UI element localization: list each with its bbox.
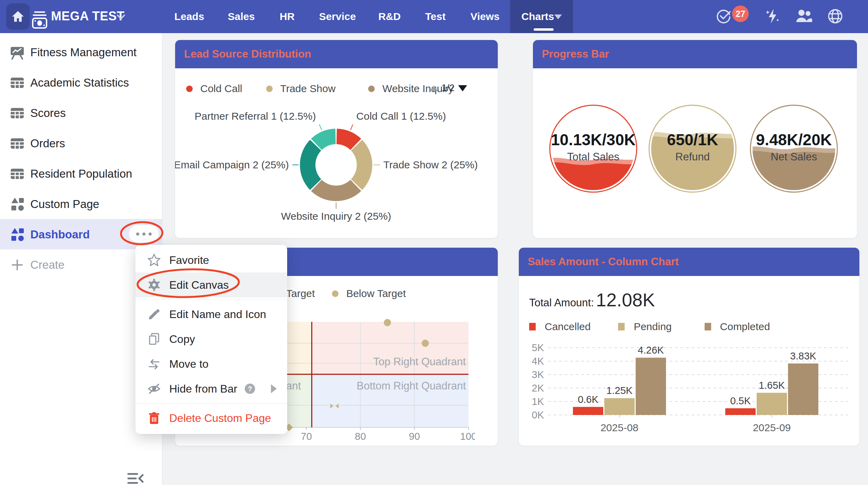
dashboard-more-button[interactable] [129, 225, 159, 243]
automation-lightning-icon[interactable] [765, 8, 780, 26]
donut-label: Partner Referral 1 (12.5%) [195, 110, 316, 122]
menu-item-delete-custom-page[interactable]: Delete Custom Page [135, 406, 287, 430]
members-icon[interactable] [796, 8, 813, 26]
bar-pending [757, 393, 787, 415]
gauge-value: 10.13K/30K [551, 131, 636, 149]
charts-caret-down-icon [554, 14, 562, 19]
sidebar-item-academic-statistics[interactable]: Academic Statistics [0, 68, 162, 98]
table-icon [10, 106, 25, 121]
app-window: MEGA TEST Leads Sales HR Service R&D Tes… [0, 0, 868, 485]
donut-legend[interactable]: Cold Call Trade Show Website Inquiry [186, 83, 454, 95]
move-arrows-icon [147, 357, 161, 371]
card-header: Sales Amount - Column Chart [519, 248, 859, 276]
sidebar-item-custom-page[interactable]: Custom Page [0, 189, 162, 219]
legend-page-up-icon[interactable] [430, 86, 438, 91]
donut-chart[interactable]: Cold Call 1 (12.5%)Trade Show 2 (25%)Web… [175, 99, 498, 237]
collapse-sidebar-icon[interactable] [127, 471, 144, 485]
easel-chart-icon [10, 45, 25, 60]
globe-icon[interactable] [827, 8, 843, 26]
notification-badge: 27 [732, 6, 749, 22]
workspace-name[interactable]: MEGA TEST [51, 9, 124, 23]
shapes-icon [10, 227, 25, 242]
gauge-value: 9.48K/20K [756, 131, 832, 149]
y-tick-label: 2K [532, 383, 544, 394]
menu-item-edit-canvas[interactable]: Edit Canvas [135, 273, 287, 297]
category-label: 2025-09 [753, 422, 791, 433]
pencil-icon [147, 307, 161, 321]
bar-value-label: 4.26K [638, 345, 664, 356]
card-sales-amount-column: Sales Amount - Column Chart Total Amount… [519, 248, 859, 446]
sidebar-item-scores[interactable]: Scores [0, 98, 162, 128]
menu-item-copy[interactable]: Copy [135, 327, 287, 352]
gauge-value: 650/1K [667, 131, 718, 149]
bar-pending [604, 398, 635, 415]
tasks-check-icon[interactable] [716, 8, 731, 26]
bar-value-label: 0.6K [578, 394, 598, 405]
bar-value-label: 1.25K [606, 385, 633, 396]
bar-value-label: 3.83K [790, 350, 816, 362]
menu-item-hide-from-bar[interactable]: Hide from Bar ? [135, 376, 287, 401]
star-icon [147, 253, 161, 267]
gauge-label: Refund [675, 151, 710, 163]
donut-slice [300, 140, 321, 190]
x-tick-label: 70 [301, 431, 312, 442]
liquid-gauges[interactable]: 10.13K/30KTotal Sales650/1KRefund9.48K/2… [533, 40, 857, 238]
tab-service[interactable]: Service [319, 0, 356, 33]
table-icon [10, 75, 25, 90]
legend-page-down-icon[interactable] [458, 85, 467, 91]
table-icon [10, 136, 25, 151]
card-header: Lead Source Distribution [175, 40, 498, 68]
home-button[interactable] [6, 3, 30, 30]
y-tick-label: 0K [532, 409, 544, 420]
menu-item-favorite[interactable]: Favorite [135, 248, 287, 273]
liquid-gauge[interactable]: 650/1KRefund [647, 103, 738, 194]
tab-rnd[interactable]: R&D [379, 0, 401, 33]
shapes-icon [10, 197, 25, 212]
bar-completed [788, 364, 818, 415]
liquid-gauge[interactable]: 9.48K/20KNet Sales [748, 103, 839, 194]
workspace-chevron-down-icon[interactable] [117, 14, 125, 21]
menu-item-edit-name-icon[interactable]: Edit Name and Icon [135, 302, 287, 327]
y-tick-label: 4K [532, 356, 544, 367]
submenu-caret-icon [271, 384, 277, 393]
tab-views[interactable]: Views [471, 0, 500, 33]
liquid-gauge[interactable]: 10.13K/30KTotal Sales [548, 103, 639, 194]
sidebar-item-resident-population[interactable]: Resident Population [0, 159, 162, 189]
column-chart[interactable]: 0K1K2K3K4K5K0.6K1.25K4.26K2025-080.5K1.6… [527, 334, 851, 437]
donut-label: Website Inquiry 2 (25%) [281, 210, 391, 222]
quadrant-scatter-chart[interactable]: Top Right QuadrantBottom Right Quadranta… [282, 318, 475, 444]
legend-pager[interactable]: 1/2 [430, 83, 467, 93]
donut-label: Email Campaign 2 (25%) [175, 159, 289, 170]
sidebar-item-orders[interactable]: Orders [0, 128, 162, 159]
bar-value-label: 0.5K [730, 395, 751, 406]
tab-sales[interactable]: Sales [228, 0, 255, 33]
quadrant-legend-partial[interactable]: Target Below Target [286, 288, 406, 299]
sidebar-item-fitness-management[interactable]: Fitness Management [0, 37, 162, 68]
menu-item-move-to[interactable]: Move to [135, 352, 287, 376]
legend-square-completed [705, 323, 711, 330]
tab-test[interactable]: Test [425, 0, 445, 33]
bar-cancelled [725, 408, 756, 415]
copy-icon [147, 332, 161, 346]
legend-dot-website-inquiry [368, 86, 375, 92]
x-tick-label: 100 [460, 431, 475, 442]
donut-slice [311, 180, 361, 201]
tab-hr[interactable]: HR [280, 0, 294, 33]
gauge-label: Total Sales [567, 151, 619, 163]
card-title: Sales Amount - Column Chart [528, 248, 679, 276]
bar-cancelled [573, 407, 603, 415]
column-legend[interactable]: Cancelled Pending Completed [529, 321, 770, 333]
x-tick-label: 90 [409, 431, 420, 442]
bar-completed [636, 358, 666, 415]
help-question-icon[interactable]: ? [244, 383, 256, 395]
quadrant-label-partial: ant [286, 380, 301, 392]
svg-text:?: ? [248, 385, 252, 393]
active-tab-underline [534, 28, 554, 31]
card-title: Lead Source Distribution [184, 40, 311, 68]
bar-value-label: 1.65K [759, 380, 785, 391]
tab-leads[interactable]: Leads [174, 0, 204, 33]
y-tick-label: 3K [532, 369, 544, 380]
workspace-icon[interactable] [32, 11, 48, 30]
legend-dot-below-target [332, 290, 339, 297]
category-label: 2025-08 [600, 422, 638, 433]
